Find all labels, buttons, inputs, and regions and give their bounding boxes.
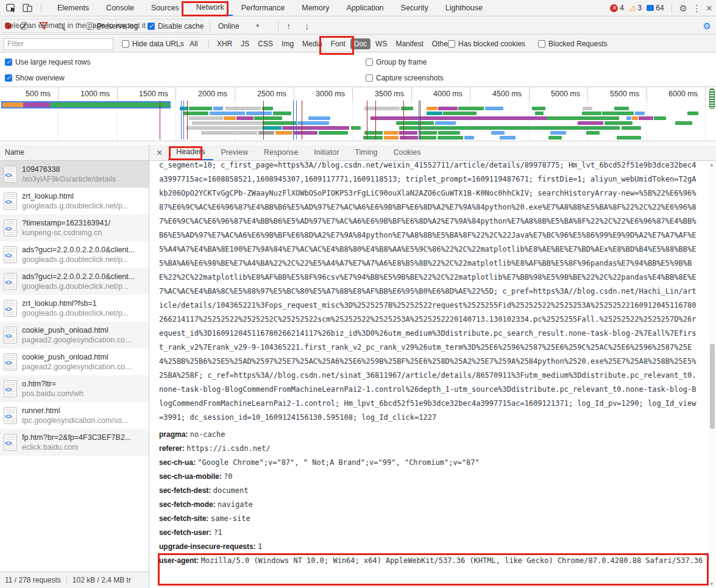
cookie-value-block: c_segment=10; c_first_page=https%3A//blo… — [159, 161, 709, 425]
waterfall-bar — [400, 136, 418, 140]
detail-tab-timing[interactable]: Timing — [347, 145, 385, 160]
detail-tab-response[interactable]: Response — [256, 145, 306, 160]
tab-security[interactable]: Security — [392, 0, 437, 16]
request-domain: googleads.g.doubleclick.net/p... — [22, 282, 135, 291]
tick-label: 2500 ms — [232, 90, 286, 98]
request-row[interactable]: <>cookie_push_onload.htmlpagead2.googles… — [0, 322, 149, 349]
use-large-request-rows-checkbox[interactable]: Use large request rows — [5, 58, 90, 66]
has-blocked-cookies-checkbox[interactable]: Has blocked cookies — [448, 35, 525, 52]
disable-cache-checkbox[interactable]: Disable cache — [147, 17, 204, 35]
filter-type-all[interactable]: All — [186, 35, 202, 52]
filter-type-img[interactable]: Img — [278, 38, 297, 49]
waterfall-bar — [602, 112, 634, 115]
show-overview-checkbox[interactable]: Show overview — [5, 74, 65, 82]
capture-screenshots-checkbox[interactable]: Capture screenshots — [366, 74, 444, 82]
hide-data-urls-label: Hide data URLs — [132, 40, 184, 48]
request-row[interactable]: <>fp.htm?br=2&fp=4F3C3EF7B2...eclick.bai… — [0, 429, 149, 456]
detail-tab-cookies[interactable]: Cookies — [385, 145, 428, 160]
scrollbar-thumb[interactable] — [710, 344, 715, 429]
checkbox-unchecked — [366, 74, 373, 82]
console-message-count[interactable]: 64 — [647, 4, 664, 12]
filter-type-ws[interactable]: WS — [372, 38, 391, 49]
load-event-line — [367, 101, 367, 140]
throttling-dropdown[interactable]: Online ▼ — [218, 17, 260, 35]
detail-tab-preview[interactable]: Preview — [213, 145, 256, 160]
waterfall-bar — [210, 112, 245, 115]
detail-tab-initiator[interactable]: Initiator — [306, 145, 347, 160]
tab-performance[interactable]: Performance — [233, 0, 294, 16]
header-value: ?1 — [213, 528, 222, 537]
overview-scroll-thumb[interactable] — [709, 88, 715, 109]
more-menu-icon[interactable]: ⋮ — [692, 4, 701, 13]
detail-tab-headers[interactable]: Headers — [168, 145, 213, 160]
request-row[interactable]: <>zrt_lookup.htmlgoogleads.g.doubleclick… — [0, 188, 149, 214]
filter-input[interactable] — [4, 38, 113, 50]
tab-network[interactable]: Network — [188, 0, 233, 16]
document-icon: <> — [4, 193, 17, 210]
waterfall-bar — [586, 131, 600, 135]
scroll-up-icon[interactable]: ▲ — [709, 162, 714, 168]
header-name: sec-ch-ua-mobile: — [159, 472, 224, 481]
waterfall-bar — [458, 107, 484, 110]
header-name: sec-ch-ua: — [159, 458, 197, 467]
main-toolbar: ElementsConsoleSourcesNetworkPerformance… — [0, 0, 716, 16]
network-options: Use large request rows Group by frame Sh… — [0, 53, 716, 87]
name-column-header[interactable]: Name — [0, 145, 149, 161]
header-row: upgrade-insecure-requests: 1 — [159, 540, 709, 554]
console-warning-count[interactable]: ⚠3 — [629, 4, 642, 13]
dcl-event-line — [293, 101, 294, 140]
network-overview-timeline[interactable]: 500 ms1000 ms1500 ms2000 ms2500 ms3000 m… — [0, 87, 716, 141]
filter-type-media[interactable]: Media — [299, 38, 326, 49]
filter-type-manifest[interactable]: Manifest — [392, 38, 427, 49]
request-row[interactable]: <>?timestamp=1623163941/kunpeng-sc.csdni… — [0, 214, 149, 241]
has-blocked-cookies-label: Has blocked cookies — [458, 40, 525, 48]
device-toolbar-icon[interactable] — [23, 3, 32, 13]
header-value: same-site — [211, 514, 250, 523]
waterfall-bar — [384, 136, 399, 140]
waterfall-bar — [384, 131, 399, 135]
close-devtools-icon[interactable]: × — [706, 4, 712, 13]
inspect-element-icon[interactable] — [6, 3, 16, 13]
close-detail-icon[interactable]: × — [149, 147, 168, 158]
tab-sources[interactable]: Sources — [143, 0, 188, 16]
export-har-button[interactable]: ↑ — [286, 17, 291, 35]
import-har-button[interactable]: ↓ — [305, 17, 310, 35]
group-by-frame-checkbox[interactable]: Group by frame — [366, 58, 427, 66]
request-name: ads?guci=2.2.0.0.2.2.0.0&client... — [22, 272, 135, 282]
request-row[interactable]: <>ads?guci=2.2.0.0.2.2.0.0&client...goog… — [0, 268, 149, 295]
cookie-line: t_rank_v2%7Erank_v29-9-104365221.first_r… — [159, 341, 709, 355]
request-domain: kunpeng-sc.csdnimg.cn — [22, 228, 110, 238]
tick-label: 2000 ms — [172, 90, 227, 98]
request-row[interactable]: <>ads?guci=2.2.0.0.2.2.0.0&client...goog… — [0, 241, 149, 268]
tab-memory[interactable]: Memory — [293, 0, 338, 16]
filter-type-js[interactable]: JS — [237, 38, 253, 49]
request-row[interactable]: <>zrt_lookup.html?fsb=1googleads.g.doubl… — [0, 295, 149, 322]
tab-application[interactable]: Application — [338, 0, 392, 16]
tab-console[interactable]: Console — [97, 0, 143, 16]
network-settings-gear[interactable]: ⚙ — [703, 17, 711, 35]
selected-request-bar[interactable] — [1, 101, 171, 108]
waterfall-bar — [273, 112, 291, 115]
document-icon: <> — [4, 246, 17, 263]
request-row[interactable]: <>109476338/xo3ylAF9kGs/article/details — [0, 161, 149, 188]
hide-data-urls-checkbox[interactable]: Hide data URLs — [122, 35, 184, 52]
scroll-down-icon[interactable]: ▼ — [709, 581, 714, 587]
filter-type-css[interactable]: CSS — [254, 38, 277, 49]
tab-elements[interactable]: Elements — [49, 0, 97, 16]
filter-type-xhr[interactable]: XHR — [213, 38, 236, 49]
tab-lighthouse[interactable]: Lighthouse — [437, 0, 491, 16]
console-error-count[interactable]: ✕4 — [610, 4, 624, 12]
filter-type-doc[interactable]: Doc — [350, 38, 370, 49]
document-icon: <> — [4, 327, 17, 344]
waterfall-bar — [308, 116, 330, 120]
request-row[interactable]: <>runner.htmltpc.googlesyndication.com/s… — [0, 402, 149, 429]
settings-icon[interactable]: ⚙ — [679, 4, 687, 13]
detail-scrollbar[interactable]: ▲ ▼ — [709, 161, 716, 588]
request-row[interactable]: <>cookie_push_onload.htmlpagead2.googles… — [0, 349, 149, 375]
request-row[interactable]: <>o.htm?ltr=pos.baidu.com/wh — [0, 375, 149, 402]
waterfall-bar — [626, 116, 631, 120]
filter-type-font[interactable]: Font — [327, 38, 349, 49]
waterfall-bar — [246, 112, 272, 115]
blocked-requests-checkbox[interactable]: Blocked Requests — [538, 35, 608, 52]
request-domain: /xo3ylAF9kGs/article/details — [22, 174, 116, 184]
